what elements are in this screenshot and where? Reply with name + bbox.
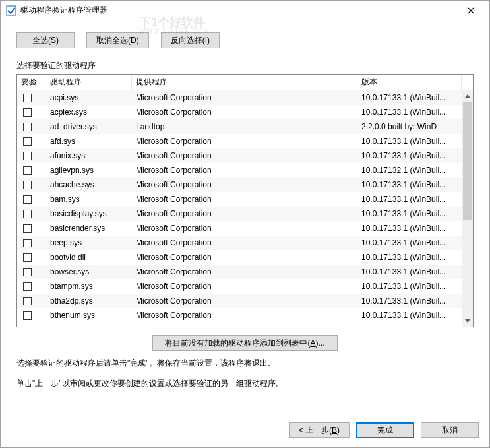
cell-provider: Microsoft Corporation: [132, 151, 357, 160]
cell-driver: ad_driver.sys: [46, 122, 132, 131]
table-row[interactable]: beep.sysMicrosoft Corporation10.0.17133.…: [17, 236, 462, 250]
vertical-scrollbar[interactable]: [462, 90, 473, 327]
cell-driver: acpiex.sys: [46, 108, 132, 117]
table-row[interactable]: basicdisplay.sysMicrosoft Corporation10.…: [17, 207, 462, 221]
cell-version: 10.0.17133.1 (WinBuil...: [357, 253, 462, 262]
table-row[interactable]: bthenum.sysMicrosoft Corporation10.0.171…: [17, 308, 462, 323]
row-checkbox[interactable]: [23, 181, 32, 189]
cell-version: 10.0.17133.1 (WinBuil...: [357, 224, 462, 233]
cell-driver: ahcache.sys: [46, 180, 132, 189]
cell-version: 10.0.17133.1 (WinBuil...: [357, 209, 462, 218]
column-header-verify[interactable]: 要验: [17, 75, 46, 90]
table-row[interactable]: btampm.sysMicrosoft Corporation10.0.1713…: [17, 279, 462, 294]
table-row[interactable]: acpi.sysMicrosoft Corporation10.0.17133.…: [17, 90, 462, 105]
row-checkbox[interactable]: [23, 123, 32, 131]
cell-provider: Microsoft Corporation: [132, 180, 357, 189]
cell-provider: Microsoft Corporation: [132, 209, 357, 218]
table-row[interactable]: ad_driver.sysLandtop2.2.0.0 built by: Wi…: [17, 119, 462, 134]
cell-version: 10.0.17133.1 (WinBuil...: [357, 238, 462, 247]
column-header-scroll: [462, 75, 473, 90]
row-checkbox[interactable]: [23, 297, 32, 305]
cell-provider: Microsoft Corporation: [132, 282, 357, 291]
table-row[interactable]: agilevpn.sysMicrosoft Corporation10.0.17…: [17, 163, 462, 177]
column-header-version[interactable]: 版本: [357, 75, 462, 90]
scroll-up-button[interactable]: [462, 90, 473, 102]
table-row[interactable]: basicrender.sysMicrosoft Corporation10.0…: [17, 221, 462, 236]
row-checkbox[interactable]: [23, 195, 32, 204]
deselect-all-button[interactable]: 取消全选(D): [86, 32, 149, 48]
cell-driver: bootvid.dll: [46, 253, 132, 262]
cell-version: 10.0.17133.1 (WinBuil...: [357, 108, 462, 117]
cell-version: 10.0.17133.1 (WinBuil...: [357, 296, 462, 305]
row-checkbox[interactable]: [23, 166, 32, 175]
cell-driver: bthenum.sys: [46, 311, 132, 320]
cell-provider: Microsoft Corporation: [132, 296, 357, 305]
column-header-driver[interactable]: 驱动程序: [46, 75, 132, 90]
add-unloaded-drivers-button[interactable]: 将目前没有加载的驱动程序添加到列表中(A)...: [152, 335, 337, 351]
cell-driver: afd.sys: [46, 137, 132, 146]
row-checkbox[interactable]: [23, 210, 32, 218]
cell-version: 10.0.17132.1 (WinBuil...: [357, 166, 462, 175]
table-row[interactable]: afunix.sysMicrosoft Corporation10.0.1713…: [17, 148, 462, 163]
invert-selection-button[interactable]: 反向选择(I): [161, 32, 220, 48]
cell-provider: Microsoft Corporation: [132, 166, 357, 175]
row-checkbox[interactable]: [23, 152, 32, 160]
cell-driver: basicrender.sys: [46, 224, 132, 233]
select-all-button[interactable]: 全选(S): [16, 32, 75, 48]
row-checkbox[interactable]: [23, 94, 32, 102]
table-row[interactable]: bam.sysMicrosoft Corporation10.0.17133.1…: [17, 192, 462, 207]
cell-driver: btha2dp.sys: [46, 296, 132, 305]
finish-button[interactable]: 完成: [356, 422, 414, 438]
cell-provider: Microsoft Corporation: [132, 238, 357, 247]
row-checkbox[interactable]: [23, 282, 32, 291]
row-checkbox[interactable]: [23, 239, 32, 247]
cell-provider: Microsoft Corporation: [132, 93, 357, 102]
cell-driver: acpi.sys: [46, 93, 132, 102]
middle-button-row: 将目前没有加载的驱动程序添加到列表中(A)...: [16, 335, 474, 351]
row-checkbox[interactable]: [23, 268, 32, 276]
row-checkbox[interactable]: [23, 108, 32, 117]
row-checkbox[interactable]: [23, 224, 32, 233]
table-header: 要验 驱动程序 提供程序 版本: [17, 75, 473, 90]
table-row[interactable]: bowser.sysMicrosoft Corporation10.0.1713…: [17, 265, 462, 279]
cell-provider: Microsoft Corporation: [132, 224, 357, 233]
cell-version: 10.0.17133.1 (WinBuil...: [357, 267, 462, 276]
cell-version: 10.0.17133.1 (WinBuil...: [357, 151, 462, 160]
cell-provider: Microsoft Corporation: [132, 253, 357, 262]
cell-provider: Landtop: [132, 122, 357, 131]
table-row[interactable]: bootvid.dllMicrosoft Corporation10.0.171…: [17, 250, 462, 265]
row-checkbox[interactable]: [23, 311, 32, 320]
cell-version: 10.0.17133.1 (WinBuil...: [357, 311, 462, 320]
cell-provider: Microsoft Corporation: [132, 311, 357, 320]
cell-provider: Microsoft Corporation: [132, 137, 357, 146]
table-rows-container: acpi.sysMicrosoft Corporation10.0.17133.…: [17, 90, 462, 327]
cell-provider: Microsoft Corporation: [132, 108, 357, 117]
table-row[interactable]: btha2dp.sysMicrosoft Corporation10.0.171…: [17, 294, 462, 308]
cell-version: 2.2.0.0 built by: WinD: [357, 122, 462, 131]
bottom-button-bar: < 上一步(B) 完成 取消: [1, 416, 489, 447]
dialog-window: 驱动程序验证程序管理器 下1个好软件 WWW.XIA1GE.COM 全选(S) …: [0, 0, 490, 448]
cancel-button[interactable]: 取消: [421, 422, 479, 438]
cell-driver: beep.sys: [46, 238, 132, 247]
close-button[interactable]: [458, 1, 484, 20]
table-row[interactable]: afd.sysMicrosoft Corporation10.0.17133.1…: [17, 134, 462, 148]
app-icon: [6, 5, 16, 16]
scrollbar-thumb[interactable]: [463, 102, 472, 220]
cell-provider: Microsoft Corporation: [132, 195, 357, 204]
cell-version: 10.0.17133.1 (WinBuil...: [357, 93, 462, 102]
row-checkbox[interactable]: [23, 253, 32, 262]
table-row[interactable]: acpiex.sysMicrosoft Corporation10.0.1713…: [17, 105, 462, 119]
cell-provider: Microsoft Corporation: [132, 267, 357, 276]
driver-table: 要验 驱动程序 提供程序 版本 acpi.sysMicrosoft Corpor…: [16, 74, 474, 327]
content-area: 下1个好软件 WWW.XIA1GE.COM 全选(S) 取消全选(D) 反向选择…: [1, 20, 489, 416]
column-header-provider[interactable]: 提供程序: [132, 75, 357, 90]
scroll-down-button[interactable]: [462, 315, 473, 327]
row-checkbox[interactable]: [23, 137, 32, 146]
cell-version: 10.0.17133.1 (WinBuil...: [357, 282, 462, 291]
chevron-up-icon: [465, 94, 470, 98]
back-button[interactable]: < 上一步(B): [289, 422, 350, 438]
cell-driver: afunix.sys: [46, 151, 132, 160]
chevron-down-icon: [465, 319, 470, 323]
table-row[interactable]: ahcache.sysMicrosoft Corporation10.0.171…: [17, 177, 462, 192]
help-text-2: 单击"上一步"以审阅或更改你要创建的设置或选择要验证的另一组驱动程序。: [16, 378, 474, 389]
